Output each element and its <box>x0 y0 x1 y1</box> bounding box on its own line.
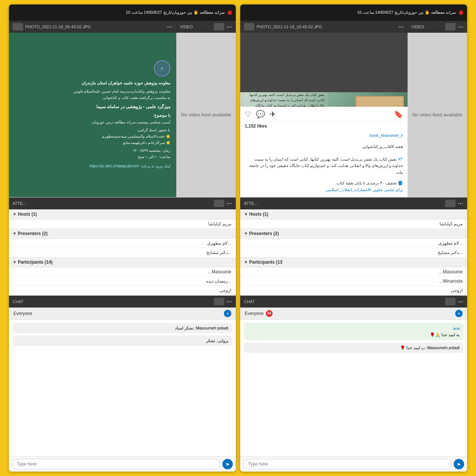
left-chat-input-row: ➤ <box>9 456 236 472</box>
instagram-post-area: 📚 نقش کتاب یک نقش بی‌بدیل است، البته بهت… <box>240 33 408 197</box>
right-top-bar: سرانه معطالعه 🖐 بین حوزویان/تاریخ 1400/8… <box>240 4 467 21</box>
left-chat-add-btn[interactable]: + <box>224 310 231 317</box>
insta-caption: book_khamenei_ir . <box>240 130 408 141</box>
right-attendees-cam-icon <box>445 200 456 207</box>
left-msg-sender-2: پروایی: <box>216 338 228 343</box>
right-video-label: VIDEO <box>411 25 424 29</box>
right-chat-everyone: Everyone 34 + <box>240 308 467 320</box>
bookmark-icon[interactable]: 🔖 <box>394 110 403 119</box>
left-no-video: No video feed available <box>176 33 236 197</box>
left-send-button[interactable]: ➤ <box>222 459 233 469</box>
left-presenters-header[interactable]: ▾ Presenters (2) <box>9 229 236 239</box>
insta-post-image: 📚 نقش کتاب یک نقش بی‌بدیل است، البته بهت… <box>240 92 408 107</box>
left-participants-header[interactable]: ▾ Participants (14) <box>9 257 236 267</box>
right-photo-options-icon[interactable]: ••• <box>398 25 404 29</box>
right-chat-cam-icon <box>445 298 456 305</box>
right-chat-add-btn[interactable]: + <box>455 310 463 317</box>
right-main-content: PHOTO_2021-11-18_10-45-52.JPG ••• 📚 نقش … <box>240 21 467 197</box>
left-hosts-header[interactable]: ▾ Hosts (1) <box>9 209 236 219</box>
attendees-options-icon[interactable]: ••• <box>226 201 232 206</box>
right-chat-options-icon[interactable]: ••• <box>458 299 463 304</box>
card-title-1: معاونت پژوهش حوزه علمیه خواهران استان ما… <box>15 80 170 87</box>
right-media-area: PHOTO_2021-11-18_10-45-52.JPG ••• 📚 نقش … <box>240 21 408 197</box>
right-chat-input-row: ➤ <box>240 456 467 472</box>
left-main-content: PHOTO_2021-11-18_09-43-02.JPG ••• 🏛 معاو… <box>9 21 236 197</box>
right-presenter-item-1: ...لام مطهری <box>240 239 467 248</box>
insta-overlay-text: نقش کتاب یک نقش بی‌بدیل است، البته بهتری… <box>247 92 325 107</box>
insta-promo-link[interactable]: برای تمامی عناوین #انتشارات_انقلاب_اسلام… <box>245 187 403 193</box>
right-chat-msg-2: Masoumeh poladi: ب امید خدا 🌹 <box>244 342 463 353</box>
attendees-cam-icon <box>214 200 224 207</box>
right-photo-thumbnail <box>244 23 254 30</box>
right-chat-label: CHAT <box>244 299 255 304</box>
right-photo-filename: PHOTO_2021-11-18_10-45-52.JPG <box>257 25 322 29</box>
left-participant-item-3: ازوجی <box>9 286 236 295</box>
right-participant-item-2: Minarosta... <box>240 277 467 286</box>
card-link[interactable]: لینک ورود به برنامه: https://ac.whc.ir/r… <box>15 163 170 169</box>
insta-likes: 1,152 likes <box>240 122 408 130</box>
participants-chevron-icon: ▾ <box>13 260 16 265</box>
left-chat-msg-1: Masoumeh poladi: تشکر استاد <box>13 323 232 334</box>
recording-dot <box>228 10 232 15</box>
insta-actions-bar: ♡ 💬 ✈ 🔖 <box>240 107 408 122</box>
right-chat-badge: 34 <box>266 310 273 317</box>
left-main-image: 🏛 معاونت پژوهش حوزه علمیه خواهران استان … <box>9 33 176 197</box>
card-subtitle: به مناسبت برگزاشت هفت کتاب و کتابخوانی <box>15 94 170 101</box>
chat-options-icon[interactable]: ••• <box>226 299 232 304</box>
photo-options-icon[interactable]: ••• <box>167 25 173 29</box>
right-msg-text-2: ب امید خدا 🌹 <box>400 345 425 350</box>
left-panel: سرانه معطالعه 🖐 بین حوزویان/تاریخ 1400/8… <box>9 4 236 472</box>
right-video-panel: VIDEO ••• No video feed available <box>408 21 467 197</box>
right-presenters-header[interactable]: ▾ Presenters (2) <box>240 229 467 239</box>
left-msg-sender-1: Masoumeh poladi: <box>195 326 228 330</box>
right-attendees-bar: ATTE... ••• <box>240 197 467 209</box>
card-presenter-1: ⭐ حجت‌الاسلام والمسلمین سیدحمیدمطهری <box>15 133 170 139</box>
right-send-button[interactable]: ➤ <box>454 459 464 469</box>
org-logo: 🏛 <box>154 60 170 77</box>
right-video-options-icon[interactable]: ••• <box>458 25 463 29</box>
right-panel: سرانه معطالعه 🖐 بین حوزویان/تاریخ 1400/8… <box>240 4 467 472</box>
right-msg-sender-1: دده: <box>248 325 460 331</box>
right-participants-header[interactable]: ▾ Participants (13 <box>240 257 467 267</box>
video-options-icon[interactable]: ••• <box>226 25 232 29</box>
insta-main-caption: 💎 نقش کتاب یک نقش بی‌بدیل است، البته بهت… <box>240 154 408 178</box>
right-photo-bar: PHOTO_2021-11-18_10-45-52.JPG ••• <box>240 21 408 33</box>
left-chat-section: CHAT ••• Everyone + Masoumeh poladi: تشک… <box>9 295 236 472</box>
like-icon[interactable]: ♡ <box>245 110 251 119</box>
card-topic-label: با موضوع: <box>15 112 170 119</box>
card-title-2: معاونت پژوهش وکتابداره مدرسه امام حسین ع… <box>15 88 170 94</box>
comment-icon[interactable]: 💬 <box>256 110 265 119</box>
share-icon[interactable]: ✈ <box>270 110 276 119</box>
left-photo-info: PHOTO_2021-11-18_09-43-02.JPG <box>13 23 91 30</box>
left-attendees-bar: ATTE... ••• <box>9 197 236 209</box>
green-card-content: 🏛 معاونت پژوهش حوزه علمیه خواهران استان … <box>9 33 176 197</box>
right-chat-bar: CHAT ••• <box>240 296 467 308</box>
right-photo-info: PHOTO_2021-11-18_10-45-52.JPG <box>244 23 322 30</box>
insta-text-overlay: 📚 نقش کتاب یک نقش بی‌بدیل است، البته بهت… <box>244 92 328 107</box>
left-video-label: VIDEO <box>180 25 193 29</box>
left-photo-bar: PHOTO_2021-11-18_09-43-02.JPG ••• <box>9 21 176 33</box>
card-seminar-title: میزگرد علمی - پژوهشی در سامانه سیما <box>15 103 170 110</box>
hosts-chevron-icon: ▾ <box>13 212 16 217</box>
right-meeting-title: سرانه معطالعه 🖐 بین حوزویان/تاریخ 1400/8… <box>244 10 456 15</box>
right-chat-messages: دده: به امید خدا 🙏🌹 Masoumeh poladi: ب ا… <box>240 320 467 457</box>
card-time: ساعت: ۱۰ الی ۱ صبح <box>15 154 170 160</box>
right-presenter-item-2: ...دکتر مشایخ <box>240 248 467 257</box>
left-attendees-panel: ATTE... ••• ▾ Hosts (1) مریم کیاپاشا ▾ P… <box>9 197 236 295</box>
left-chat-input[interactable] <box>12 459 220 469</box>
card-topic: آسیب شناسی وضعیت سرانه مطالعه درس حوزویا… <box>15 119 170 125</box>
insta-username[interactable]: book_khamenei_ir . <box>367 133 403 138</box>
right-attendees-options-icon[interactable]: ••• <box>458 201 463 206</box>
right-chat-input[interactable] <box>243 459 451 469</box>
right-participant-item-1: Masoume... <box>240 267 467 277</box>
right-hosts-chevron-icon: ▾ <box>245 212 247 217</box>
card-date: زمان: پنجشنبه ۱۴۰۰/۸/۲۷ <box>15 147 170 154</box>
left-chat-msg-2: پروایی: تشکر <box>13 335 232 346</box>
left-chat-everyone: Everyone + <box>9 308 236 320</box>
right-chat-msg-1: دده: به امید خدا 🙏🌹 <box>244 323 463 340</box>
left-host-item-1: مریم کیاپاشا <box>9 219 236 229</box>
right-msg-sender-2: Masoumeh poladi: <box>426 345 460 350</box>
left-media-area: PHOTO_2021-11-18_09-43-02.JPG ••• 🏛 معاو… <box>9 21 176 197</box>
right-hosts-header[interactable]: ▾ Hosts (1) <box>240 209 467 219</box>
photo-filename: PHOTO_2021-11-18_09-43-02.JPG <box>25 25 91 29</box>
